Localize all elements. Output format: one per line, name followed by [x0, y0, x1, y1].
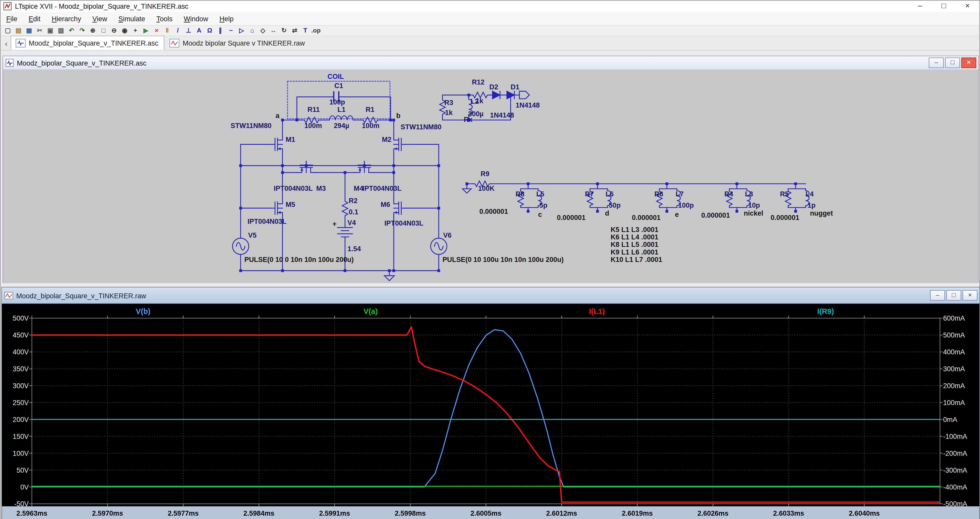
waveform-close-button[interactable]: × — [963, 290, 978, 301]
schematic-restore-button[interactable]: □ — [945, 57, 960, 68]
schematic-label: L3 — [745, 191, 753, 197]
schematic-canvas[interactable] — [3, 70, 978, 283]
toolbar-zoom-full-button[interactable]: ◉ — [119, 26, 130, 35]
menu-view[interactable]: View — [87, 14, 113, 22]
window-minimize-button[interactable]: – — [908, 0, 932, 12]
tab-waveform[interactable]: Moodz bipolar Square v TINKERER.raw — [165, 37, 310, 50]
toolbar-net-label-button[interactable]: A — [194, 26, 205, 35]
waveform-window-title: Moodz_bipolar_Square_v_TINKERER.raw — [16, 291, 146, 299]
waveform-minimize-button[interactable]: – — [930, 290, 945, 301]
window-close-button[interactable]: × — [956, 0, 980, 12]
toolbar-zoom-in-button[interactable]: ⊕ — [88, 26, 98, 35]
menu-tools[interactable]: Tools — [151, 14, 178, 22]
y-right-tick-label: -100mA — [943, 433, 967, 440]
toolbar-paste-button[interactable]: ▧ — [56, 26, 66, 35]
x-tick-label: 2.6019ms — [622, 509, 653, 517]
menu-hierarchy[interactable]: Hierarchy — [46, 14, 87, 22]
schematic-label: R3 — [444, 99, 453, 106]
toolbar-diode-button[interactable]: ▷ — [236, 26, 247, 35]
schematic-body: COILC1100pR11L1R1ab100m294µ100mSTW11NM80… — [3, 70, 978, 283]
time-axis-strip: 2.5963ms2.5970ms2.5977ms2.5984ms2.5991ms… — [2, 506, 979, 519]
toolbar-open-file-button[interactable]: ▤ — [13, 26, 24, 35]
tab-scroll-left-button[interactable]: ‹ — [2, 39, 11, 50]
toolbar-text-button[interactable]: T — [300, 26, 311, 35]
toolbar-wire-button[interactable]: / — [173, 26, 183, 35]
toolbar-pan-button[interactable]: + — [130, 26, 141, 35]
toolbar-ground-button[interactable]: ⊥ — [183, 26, 194, 35]
schematic-label: 294µ — [334, 123, 349, 129]
schematic-label: V5 — [248, 232, 256, 239]
schematic-minimize-button[interactable]: – — [929, 57, 944, 68]
toolbar-redo-button[interactable]: ↷ — [77, 26, 88, 35]
menu-edit[interactable]: Edit — [23, 14, 46, 22]
toolbar-cut-button[interactable]: ✂ — [34, 26, 45, 35]
legend-I(R9)[interactable]: I(R9) — [817, 307, 834, 316]
schematic-label: K6 L1 L4 .0001 — [611, 234, 659, 241]
legend-V(a)[interactable]: V(a) — [364, 307, 378, 316]
y-left-tick-label: 150V — [2, 433, 29, 440]
toolbar-mirror-button[interactable]: ⇄ — [289, 26, 300, 35]
schematic-label: R11 — [307, 106, 320, 113]
schematic-label: 0.1 — [349, 209, 358, 216]
window-restore-button[interactable]: □ — [932, 0, 956, 12]
menu-simulate[interactable]: Simulate — [113, 14, 151, 22]
menu-bar: FileEditHierarchyViewSimulateToolsWindow… — [0, 12, 979, 25]
schematic-label: M2 — [382, 136, 391, 143]
schematic-label: 0.000001 — [771, 214, 799, 221]
toolbar-component-button[interactable]: ⌂ — [247, 26, 258, 35]
toolbar-zoom-box-button[interactable]: □ — [98, 26, 109, 35]
app-titlebar[interactable]: LTspice XVII - Moodz_bipolar_Square_v_TI… — [0, 0, 979, 12]
toolbar-capacitor-button[interactable]: ∥ — [215, 26, 226, 35]
toolbar-inductor-button[interactable]: ~ — [226, 26, 236, 35]
toolbar-undo-button[interactable]: ↶ — [66, 26, 77, 35]
y-left-tick-label: 450V — [2, 331, 29, 339]
waveform-restore-button[interactable]: □ — [946, 290, 961, 301]
tab-bar: ‹ Moodz_bipolar_Square_v_TINKERER.ascMoo… — [0, 37, 979, 51]
y-right-tick-label: 0mA — [943, 416, 957, 423]
waveform-plot[interactable] — [2, 304, 979, 506]
x-tick-label: 2.6012ms — [546, 509, 577, 517]
schematic-label: 0.000001 — [557, 214, 585, 221]
schematic-label: D2 — [490, 84, 498, 91]
schematic-tab-icon — [16, 39, 25, 47]
y-left-tick-label: 500V — [2, 314, 29, 322]
toolbar-resistor-button[interactable]: Ω — [204, 26, 215, 35]
schematic-label: 10p — [748, 202, 760, 209]
schematic-label: STW11NM80 — [401, 124, 442, 131]
menu-window[interactable]: Window — [178, 14, 214, 22]
toolbar-zoom-out-button[interactable]: ⊖ — [109, 26, 119, 35]
toolbar-pause-button[interactable]: ‖ — [162, 26, 173, 35]
schematic-label: 100p — [678, 202, 694, 209]
app-title: LTspice XVII - Moodz_bipolar_Square_v_TI… — [15, 3, 188, 10]
schematic-window: Moodz_bipolar_Square_v_TINKERER.asc – □ … — [3, 56, 979, 283]
toolbar-spice-directive-button[interactable]: .op — [310, 26, 321, 35]
schematic-label: IPT004N03L — [274, 185, 313, 192]
schematic-label: 0.000001 — [701, 212, 730, 219]
schematic-close-button[interactable]: × — [961, 57, 977, 68]
toolbar-drag-button[interactable]: ↔ — [268, 26, 279, 35]
legend-I(L1)[interactable]: I(L1) — [589, 307, 605, 316]
y-right-tick-label: -200mA — [943, 449, 967, 457]
toolbar-halt-button[interactable]: × — [151, 26, 162, 35]
toolbar-new-schematic-button[interactable]: ▢ — [3, 26, 13, 35]
menu-file[interactable]: File — [0, 14, 23, 22]
schematic-label: 50p — [609, 202, 620, 209]
schematic-label: R9 — [480, 170, 489, 177]
toolbar-rotate-button[interactable]: ↻ — [279, 26, 290, 35]
schematic-label: COIL — [328, 73, 344, 80]
tab-schematic[interactable]: Moodz_bipolar_Square_v_TINKERER.asc — [11, 36, 165, 50]
schematic-label: 1k — [445, 109, 453, 116]
schematic-label: D1 — [511, 84, 519, 91]
toolbar-copy-button[interactable]: ▣ — [45, 26, 56, 35]
toolbar-run-button[interactable]: ▶ — [140, 26, 151, 35]
toolbar-move-button[interactable]: ◇ — [258, 26, 268, 35]
x-tick-label: 2.6005ms — [471, 509, 501, 517]
waveform-tab-icon — [169, 39, 180, 47]
menu-help[interactable]: Help — [214, 14, 239, 22]
schematic-window-titlebar[interactable]: Moodz_bipolar_Square_v_TINKERER.asc – □ … — [3, 56, 978, 70]
legend-V(b)[interactable]: V(b) — [136, 307, 151, 316]
schematic-label: d — [605, 210, 609, 217]
y-left-tick-label: 50V — [2, 466, 29, 474]
waveform-window-titlebar[interactable]: Moodz_bipolar_Square_v_TINKERER.raw – □ … — [2, 288, 979, 304]
toolbar-save-button[interactable]: ▦ — [24, 26, 35, 35]
